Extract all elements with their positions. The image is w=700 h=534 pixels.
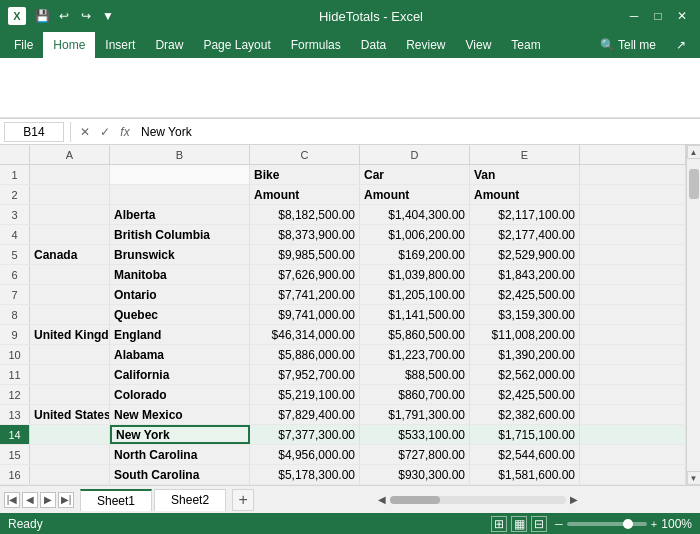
cell-e7[interactable]: $2,425,500.00 bbox=[470, 285, 580, 304]
cell-b8[interactable]: Quebec bbox=[110, 305, 250, 324]
row-num-5[interactable]: 5 bbox=[0, 245, 30, 264]
scroll-track[interactable] bbox=[687, 159, 700, 471]
cell-a16[interactable] bbox=[30, 465, 110, 484]
cell-b9[interactable]: England bbox=[110, 325, 250, 344]
cell-a4[interactable] bbox=[30, 225, 110, 244]
fx-button[interactable]: fx bbox=[117, 124, 133, 140]
add-sheet-button[interactable]: + bbox=[232, 489, 254, 511]
cell-a10[interactable] bbox=[30, 345, 110, 364]
cancel-formula-button[interactable]: ✕ bbox=[77, 124, 93, 140]
cell-reference-box[interactable] bbox=[4, 122, 64, 142]
cell-b10[interactable]: Alabama bbox=[110, 345, 250, 364]
cell-a6[interactable] bbox=[30, 265, 110, 284]
row-num-7[interactable]: 7 bbox=[0, 285, 30, 304]
row-num-10[interactable]: 10 bbox=[0, 345, 30, 364]
cell-e13[interactable]: $2,382,600.00 bbox=[470, 405, 580, 424]
col-header-a[interactable]: A bbox=[30, 145, 110, 164]
cell-a9[interactable]: United Kingdom bbox=[30, 325, 110, 344]
share-button[interactable]: ↗ bbox=[666, 32, 696, 58]
row-num-15[interactable]: 15 bbox=[0, 445, 30, 464]
cell-e12[interactable]: $2,425,500.00 bbox=[470, 385, 580, 404]
scroll-down-button[interactable]: ▼ bbox=[687, 471, 701, 485]
col-header-b[interactable]: B bbox=[110, 145, 250, 164]
row-num-9[interactable]: 9 bbox=[0, 325, 30, 344]
cell-b16[interactable]: South Carolina bbox=[110, 465, 250, 484]
cell-b2[interactable] bbox=[110, 185, 250, 204]
tab-file[interactable]: File bbox=[4, 32, 43, 58]
cell-b7[interactable]: Ontario bbox=[110, 285, 250, 304]
row-num-11[interactable]: 11 bbox=[0, 365, 30, 384]
sheet-nav-first[interactable]: |◀ bbox=[4, 492, 20, 508]
cell-b15[interactable]: North Carolina bbox=[110, 445, 250, 464]
cell-a8[interactable] bbox=[30, 305, 110, 324]
cell-b12[interactable]: Colorado bbox=[110, 385, 250, 404]
col-header-d[interactable]: D bbox=[360, 145, 470, 164]
sheet-nav-prev[interactable]: ◀ bbox=[22, 492, 38, 508]
zoom-out-button[interactable]: ─ bbox=[555, 518, 563, 530]
vertical-scrollbar[interactable]: ▲ ▼ bbox=[686, 145, 700, 485]
cell-c4[interactable]: $8,373,900.00 bbox=[250, 225, 360, 244]
cell-c14[interactable]: $7,377,300.00 bbox=[250, 425, 360, 444]
cell-b4[interactable]: British Columbia bbox=[110, 225, 250, 244]
cell-b6[interactable]: Manitoba bbox=[110, 265, 250, 284]
cell-c9[interactable]: $46,314,000.00 bbox=[250, 325, 360, 344]
tab-review[interactable]: Review bbox=[396, 32, 455, 58]
cell-a11[interactable] bbox=[30, 365, 110, 384]
save-button[interactable]: 💾 bbox=[32, 6, 52, 26]
cell-e6[interactable]: $1,843,200.00 bbox=[470, 265, 580, 284]
cell-d11[interactable]: $88,500.00 bbox=[360, 365, 470, 384]
hscroll-track[interactable] bbox=[390, 496, 566, 504]
sheet-nav-next[interactable]: ▶ bbox=[40, 492, 56, 508]
cell-c2[interactable]: Amount bbox=[250, 185, 360, 204]
cell-a13[interactable]: United States bbox=[30, 405, 110, 424]
tab-formulas[interactable]: Formulas bbox=[281, 32, 351, 58]
cell-d5[interactable]: $169,200.00 bbox=[360, 245, 470, 264]
cell-a1[interactable] bbox=[30, 165, 110, 184]
cell-a7[interactable] bbox=[30, 285, 110, 304]
sheet-nav-last[interactable]: ▶| bbox=[58, 492, 74, 508]
tab-page-layout[interactable]: Page Layout bbox=[193, 32, 280, 58]
cell-a12[interactable] bbox=[30, 385, 110, 404]
cell-e4[interactable]: $2,177,400.00 bbox=[470, 225, 580, 244]
cell-c7[interactable]: $7,741,200.00 bbox=[250, 285, 360, 304]
cell-e15[interactable]: $2,544,600.00 bbox=[470, 445, 580, 464]
col-header-c[interactable]: C bbox=[250, 145, 360, 164]
cell-d2[interactable]: Amount bbox=[360, 185, 470, 204]
cell-e2[interactable]: Amount bbox=[470, 185, 580, 204]
cell-d7[interactable]: $1,205,100.00 bbox=[360, 285, 470, 304]
tab-view[interactable]: View bbox=[456, 32, 502, 58]
row-num-6[interactable]: 6 bbox=[0, 265, 30, 284]
cell-b5[interactable]: Brunswick bbox=[110, 245, 250, 264]
row-num-16[interactable]: 16 bbox=[0, 465, 30, 484]
close-button[interactable]: ✕ bbox=[672, 6, 692, 26]
row-num-13[interactable]: 13 bbox=[0, 405, 30, 424]
hscroll-right[interactable]: ▶ bbox=[570, 494, 578, 505]
cell-d12[interactable]: $860,700.00 bbox=[360, 385, 470, 404]
cell-b11[interactable]: California bbox=[110, 365, 250, 384]
tell-me[interactable]: 🔍 Tell me bbox=[590, 32, 666, 58]
cell-a2[interactable] bbox=[30, 185, 110, 204]
cell-b13[interactable]: New Mexico bbox=[110, 405, 250, 424]
cell-c8[interactable]: $9,741,000.00 bbox=[250, 305, 360, 324]
tab-insert[interactable]: Insert bbox=[95, 32, 145, 58]
cell-d4[interactable]: $1,006,200.00 bbox=[360, 225, 470, 244]
row-num-12[interactable]: 12 bbox=[0, 385, 30, 404]
cell-d15[interactable]: $727,800.00 bbox=[360, 445, 470, 464]
cell-d8[interactable]: $1,141,500.00 bbox=[360, 305, 470, 324]
normal-view-button[interactable]: ⊞ bbox=[491, 516, 507, 532]
row-num-14[interactable]: 14 bbox=[0, 425, 30, 444]
row-num-8[interactable]: 8 bbox=[0, 305, 30, 324]
cell-c16[interactable]: $5,178,300.00 bbox=[250, 465, 360, 484]
cell-c5[interactable]: $9,985,500.00 bbox=[250, 245, 360, 264]
cell-d16[interactable]: $930,300.00 bbox=[360, 465, 470, 484]
cell-c3[interactable]: $8,182,500.00 bbox=[250, 205, 360, 224]
cell-a5[interactable]: Canada bbox=[30, 245, 110, 264]
row-num-3[interactable]: 3 bbox=[0, 205, 30, 224]
cell-e11[interactable]: $2,562,000.00 bbox=[470, 365, 580, 384]
cell-c11[interactable]: $7,952,700.00 bbox=[250, 365, 360, 384]
zoom-in-button[interactable]: + bbox=[651, 518, 657, 530]
cell-c1[interactable]: Bike bbox=[250, 165, 360, 184]
cell-d9[interactable]: $5,860,500.00 bbox=[360, 325, 470, 344]
formula-input[interactable] bbox=[137, 125, 696, 139]
cell-b14[interactable]: New York bbox=[110, 425, 250, 444]
